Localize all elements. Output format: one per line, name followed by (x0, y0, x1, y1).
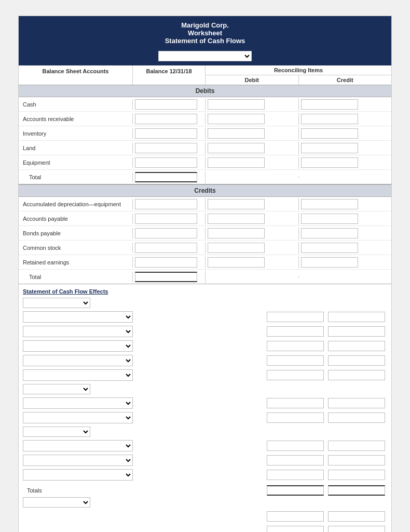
inventory-balance-field[interactable] (135, 128, 197, 139)
stmt-dropdown-3-3[interactable] (23, 469, 133, 481)
stmt-row-3-1 (23, 439, 387, 453)
stmt-select-1-5 (23, 369, 133, 381)
stmt-subtotals-select[interactable] (23, 497, 90, 508)
stmt-credit-field-3-2[interactable] (328, 455, 385, 466)
ap-balance-field[interactable] (135, 214, 197, 224)
accum-dep-credit-field[interactable] (301, 199, 358, 209)
land-debit-field[interactable] (208, 143, 265, 153)
accum-dep-debit-field[interactable] (208, 199, 265, 209)
accounts-receivable-label: Accounts receivable (19, 114, 133, 124)
stmt-select-3-1 (23, 440, 133, 451)
ar-credit-field[interactable] (301, 114, 358, 124)
stmt-totals-credit-field-1[interactable] (328, 485, 385, 496)
stmt-credit-field-1-2[interactable] (328, 326, 385, 337)
equipment-credit-field[interactable] (301, 157, 358, 168)
stmt-debit-field-1-3[interactable] (267, 341, 324, 351)
stmt-debit-field-1-4[interactable] (267, 355, 324, 366)
stmt-dropdown-1-2[interactable] (23, 326, 133, 337)
stmt-dropdown-1-4[interactable] (23, 355, 133, 366)
bonds-debit-field[interactable] (208, 228, 265, 238)
accum-dep-balance-field[interactable] (135, 199, 197, 209)
credits-total-balance (133, 271, 206, 283)
inventory-debit-field[interactable] (208, 128, 265, 139)
ar-balance-input (133, 113, 206, 125)
stmt-credit-field-2-1[interactable] (328, 398, 385, 408)
stmt-credit-field-2-2[interactable] (328, 413, 385, 423)
stmt-dropdown-3-2[interactable] (23, 455, 133, 466)
stmt-dropdown-1-1[interactable] (23, 311, 133, 323)
stmt-debit-field-3-2[interactable] (267, 455, 324, 466)
bonds-balance-field[interactable] (135, 228, 197, 238)
stmt-at-debit-1 (265, 511, 326, 522)
credits-section-header: Credits (19, 184, 391, 197)
cs-balance-field[interactable] (135, 243, 197, 253)
stmt-totals-debit-1 (265, 485, 326, 496)
stmt-credit-field-1-5[interactable] (328, 370, 385, 380)
cash-credit-field[interactable] (301, 99, 358, 110)
stmt-debit-field-3-1[interactable] (267, 441, 324, 451)
stmt-debit-field-1-2[interactable] (267, 326, 324, 337)
stmt-credit-field-1-4[interactable] (328, 355, 385, 366)
stmt-input-debit-3-3 (265, 470, 326, 480)
stmt-credit-field-1-1[interactable] (328, 312, 385, 322)
debits-total-balance-field[interactable] (135, 172, 197, 182)
stmt-credit-field-3-1[interactable] (328, 441, 385, 451)
stmt-select-1-2 (23, 326, 133, 337)
stmt-credit-field-3-3[interactable] (328, 470, 385, 480)
cash-balance-field[interactable] (135, 99, 197, 110)
stmt-dropdown-2-2[interactable] (23, 412, 133, 423)
re-balance-input (133, 256, 206, 269)
cs-credit-field[interactable] (301, 243, 358, 253)
ap-credit-input (299, 212, 392, 225)
re-balance-field[interactable] (135, 257, 197, 268)
credits-total-credit (299, 276, 392, 278)
cash-debit-field[interactable] (208, 99, 265, 110)
land-label: Land (19, 143, 133, 153)
stmt-subheader-select-3[interactable] (23, 427, 90, 437)
stmt-debit-field-2-2[interactable] (267, 413, 324, 423)
ar-debit-field[interactable] (208, 114, 265, 124)
stmt-dropdown-3-1[interactable] (23, 440, 133, 451)
equipment-debit-field[interactable] (208, 157, 265, 168)
equipment-balance-field[interactable] (135, 157, 197, 168)
col-balance-date: Balance 12/31/18 (133, 65, 206, 85)
credits-total-balance-field[interactable] (135, 272, 197, 282)
stmt-input-debit-1-3 (265, 341, 326, 351)
stmt-debit-field-2-1[interactable] (267, 398, 324, 408)
re-credit-field[interactable] (301, 257, 358, 268)
stmt-dropdown-1-3[interactable] (23, 340, 133, 352)
stmt-input-credit-2-1 (326, 398, 387, 408)
stmt-dropdown-2-1[interactable] (23, 397, 133, 409)
stmt-debit-field-3-3[interactable] (267, 470, 324, 480)
land-credit-field[interactable] (301, 143, 358, 153)
stmt-dropdown-1-5[interactable] (23, 369, 133, 381)
stmt-input-credit-1-5 (326, 370, 387, 380)
stmt-subheader-select-2[interactable] (23, 384, 90, 394)
inventory-credit-field[interactable] (301, 128, 358, 139)
stmt-select-3-3 (23, 469, 133, 481)
accumulated-depreciation-row: Accumulated depreciation—equipment (19, 197, 391, 211)
stmt-at-credit-field-2[interactable] (328, 526, 385, 532)
stmt-totals-debit-field-1[interactable] (267, 485, 324, 496)
stmt-at-debit-field-2[interactable] (267, 526, 324, 532)
stmt-totals-row-1: Totals (23, 484, 387, 497)
stmt-credit-field-1-3[interactable] (328, 341, 385, 351)
page: Marigold Corp. Worksheet Statement of Ca… (0, 0, 410, 532)
ap-debit-field[interactable] (208, 214, 265, 224)
ap-credit-field[interactable] (301, 214, 358, 224)
col-balance-sheet-accounts: Balance Sheet Accounts (19, 65, 133, 85)
stmt-top-select[interactable] (23, 298, 90, 308)
land-balance-field[interactable] (135, 143, 197, 153)
stmt-at-credit-field-1[interactable] (328, 511, 385, 522)
bonds-credit-field[interactable] (301, 228, 358, 238)
re-debit-field[interactable] (208, 257, 265, 268)
cs-debit-field[interactable] (208, 243, 265, 253)
stmt-debit-field-1-1[interactable] (267, 312, 324, 322)
stmt-debit-field-1-5[interactable] (267, 370, 324, 380)
accounts-payable-row: Accounts payable (19, 211, 391, 226)
statement-section: Statement of Cash Flow Effects (19, 284, 391, 532)
stmt-at-debit-field-1[interactable] (267, 511, 324, 522)
stmt-row-1-4 (23, 354, 387, 367)
ar-balance-field[interactable] (135, 114, 197, 124)
header-select[interactable] (158, 51, 252, 61)
